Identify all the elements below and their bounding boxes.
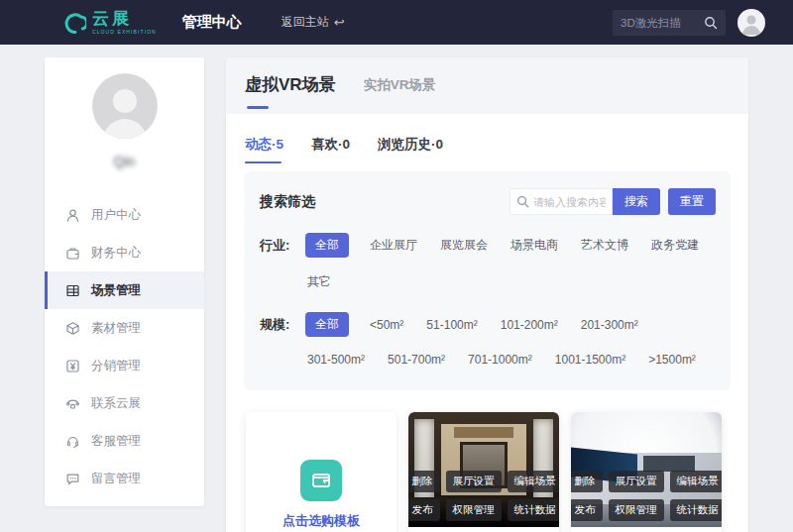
subtab-history[interactable]: 浏览历史·0 bbox=[378, 136, 443, 163]
sidebar-item-label: 用户中心 bbox=[91, 207, 141, 224]
scale-option[interactable]: 701-1000m² bbox=[466, 349, 534, 371]
scene-card-grid: 点击选购模板 删除 展厅设置 编辑场景 发布 bbox=[226, 390, 748, 532]
active-tab-indicator bbox=[247, 106, 269, 109]
publish-button[interactable]: 发布 bbox=[408, 499, 440, 521]
delete-button[interactable]: 删除 bbox=[408, 471, 440, 492]
header-search-input[interactable] bbox=[621, 17, 704, 29]
edit-scene-button[interactable]: 编辑场景 bbox=[670, 471, 723, 492]
logo[interactable]: 云展 CLOUD EXHIBITION bbox=[55, 9, 157, 37]
industry-option[interactable]: 政务党建 bbox=[649, 233, 701, 258]
scale-option[interactable]: 501-700m² bbox=[386, 349, 447, 371]
sidebar-item-label: 素材管理 bbox=[91, 320, 141, 337]
sidebar-item-label: 财务中心 bbox=[91, 245, 141, 262]
scale-option[interactable]: <50m² bbox=[368, 314, 405, 336]
phone-icon bbox=[65, 396, 80, 411]
sidebar-item-material-management[interactable]: 素材管理 bbox=[45, 309, 204, 347]
permissions-button[interactable]: 权限管理 bbox=[609, 499, 664, 521]
search-filter-panel: 搜索筛选 搜索 重置 行业: 全部 企业展厅 展览展会 场景电商 bbox=[244, 171, 731, 390]
permissions-button[interactable]: 权限管理 bbox=[446, 499, 502, 521]
scale-option[interactable]: 101-200m² bbox=[499, 314, 560, 336]
scale-label: 规模: bbox=[260, 312, 305, 371]
return-arrow-icon: ↩ bbox=[334, 15, 345, 30]
sidebar: Qin 用户中心 财务中心 场景管理 bbox=[45, 57, 204, 506]
industry-option[interactable]: 艺术文博 bbox=[579, 233, 630, 258]
sidebar-item-customer-service[interactable]: 客服管理 bbox=[45, 422, 204, 460]
filter-search-input[interactable] bbox=[533, 196, 606, 208]
list-subtabs: 动态·5 喜欢·0 浏览历史·0 bbox=[226, 114, 748, 163]
user-icon bbox=[65, 208, 80, 223]
scale-option[interactable]: >1500m² bbox=[646, 349, 698, 371]
sidebar-item-message-management[interactable]: 留言管理 bbox=[45, 460, 204, 497]
scale-option[interactable]: 201-300m² bbox=[579, 314, 640, 336]
sidebar-item-label: 分销管理 bbox=[91, 358, 141, 374]
search-icon bbox=[516, 195, 529, 208]
main-content: 虚拟VR场景 实拍VR场景 动态·5 喜欢·0 浏览历史·0 搜索筛选 搜索 bbox=[226, 57, 748, 532]
subtab-likes[interactable]: 喜欢·0 bbox=[311, 136, 350, 163]
sidebar-item-label: 留言管理 bbox=[91, 471, 141, 487]
filter-search-box[interactable] bbox=[510, 188, 613, 215]
sidebar-item-distribution-management[interactable]: 分销管理 bbox=[45, 347, 204, 384]
edit-scene-button[interactable]: 编辑场景 bbox=[508, 471, 560, 492]
sidebar-item-finance-center[interactable]: 财务中心 bbox=[45, 234, 204, 271]
scale-option[interactable]: 51-100m² bbox=[424, 314, 479, 336]
search-button[interactable]: 搜索 bbox=[613, 188, 660, 215]
logo-name: 云展 bbox=[92, 10, 157, 27]
sidebar-item-label: 客服管理 bbox=[91, 433, 141, 450]
scene-thumbnail[interactable]: 删除 展厅设置 编辑场景 发布 权限管理 统计数据 bbox=[571, 412, 722, 527]
sidebar-item-scene-management[interactable]: 场景管理 bbox=[45, 271, 204, 309]
sidebar-item-label: 场景管理 bbox=[91, 282, 141, 299]
scene-type-tabs: 虚拟VR场景 实拍VR场景 bbox=[226, 57, 748, 114]
sidebar-item-contact[interactable]: 联系云展 bbox=[45, 384, 204, 422]
back-to-main-site-link[interactable]: 返回主站 ↩ bbox=[282, 14, 345, 31]
reset-button[interactable]: 重置 bbox=[668, 188, 716, 215]
publish-button[interactable]: 发布 bbox=[571, 499, 603, 521]
avatar-person-icon bbox=[92, 77, 158, 139]
avatar-person-icon bbox=[737, 9, 765, 37]
headset-icon bbox=[65, 434, 80, 449]
page-title: 管理中心 bbox=[182, 13, 242, 32]
buy-template-label: 点击选购模板 bbox=[283, 512, 360, 530]
sidebar-item-label: 联系云展 bbox=[91, 395, 141, 412]
sidebar-menu: 用户中心 财务中心 场景管理 素材管理 bbox=[45, 196, 204, 497]
industry-option[interactable]: 展览展会 bbox=[438, 233, 490, 258]
hall-settings-button[interactable]: 展厅设置 bbox=[446, 471, 502, 492]
scene-card: 删除 展厅设置 编辑场景 发布 权限管理 统计数据 新中式展厅 发布者: bbox=[408, 412, 559, 532]
scale-option[interactable]: 301-500m² bbox=[305, 349, 367, 371]
finance-icon bbox=[65, 246, 80, 261]
wallet-icon bbox=[300, 460, 342, 501]
statistics-button[interactable]: 统计数据 bbox=[508, 499, 560, 521]
logo-subtitle: CLOUD EXHIBITION bbox=[92, 30, 157, 35]
header-avatar[interactable] bbox=[737, 9, 765, 37]
industry-label: 行业: bbox=[260, 233, 305, 294]
tab-virtual-vr-scene[interactable]: 虚拟VR场景 bbox=[245, 73, 336, 98]
user-avatar[interactable] bbox=[92, 73, 158, 139]
industry-filter-row: 行业: 全部 企业展厅 展览展会 场景电商 艺术文博 政务党建 其它 bbox=[260, 233, 716, 294]
statistics-button[interactable]: 统计数据 bbox=[670, 499, 723, 521]
scale-option[interactable]: 1001-1500m² bbox=[553, 349, 627, 371]
search-icon[interactable] bbox=[704, 16, 718, 30]
delete-button[interactable]: 删除 bbox=[571, 471, 603, 492]
industry-option[interactable]: 企业展厅 bbox=[368, 233, 419, 258]
scene-icon bbox=[65, 283, 80, 298]
top-header: 云展 CLOUD EXHIBITION 管理中心 返回主站 ↩ bbox=[0, 0, 793, 45]
hall-settings-button[interactable]: 展厅设置 bbox=[609, 471, 664, 492]
scene-card: 删除 展厅设置 编辑场景 发布 权限管理 统计数据 灵感-科技-出众-3D...… bbox=[571, 412, 722, 532]
cloud-logo-icon bbox=[55, 9, 86, 37]
buy-template-card[interactable]: 点击选购模板 bbox=[246, 412, 396, 532]
message-icon bbox=[65, 472, 80, 486]
industry-option-all[interactable]: 全部 bbox=[305, 233, 349, 258]
distribution-icon bbox=[65, 359, 80, 373]
industry-option[interactable]: 场景电商 bbox=[509, 233, 560, 258]
username: Qin bbox=[45, 154, 204, 169]
scene-thumbnail[interactable]: 删除 展厅设置 编辑场景 发布 权限管理 统计数据 bbox=[408, 412, 559, 527]
scale-option-all[interactable]: 全部 bbox=[305, 312, 349, 337]
material-icon bbox=[65, 321, 80, 336]
scale-filter-row: 规模: 全部 <50m² 51-100m² 101-200m² 201-300m… bbox=[260, 312, 716, 371]
filter-title: 搜索筛选 bbox=[260, 193, 315, 211]
header-search-box[interactable] bbox=[613, 10, 726, 36]
industry-option[interactable]: 其它 bbox=[305, 269, 333, 294]
tab-real-vr-scene[interactable]: 实拍VR场景 bbox=[364, 76, 436, 96]
back-link-label: 返回主站 bbox=[282, 14, 329, 31]
subtab-dynamic[interactable]: 动态·5 bbox=[245, 136, 283, 163]
sidebar-item-user-center[interactable]: 用户中心 bbox=[45, 196, 204, 234]
